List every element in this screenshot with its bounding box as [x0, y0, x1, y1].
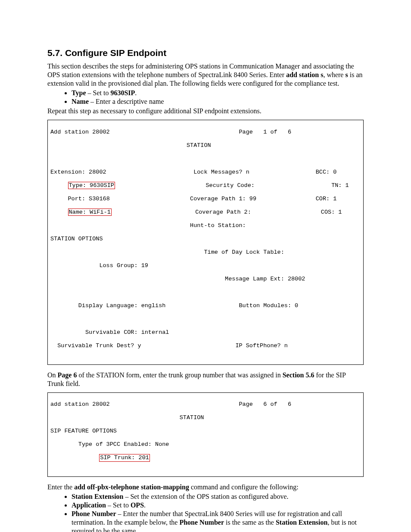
list-item: Application – Set to OPS.	[72, 501, 364, 510]
section-heading: 5.7. Configure SIP Endpoint	[47, 47, 364, 59]
text: of the STATION form, enter the trunk gro…	[77, 371, 282, 379]
field: Lock Messages? n	[193, 169, 249, 175]
mid-paragraph: On Page 6 of the STATION form, enter the…	[47, 371, 364, 388]
terminal-screen-1: Add station 28002 Page 1 of 6 STATION Ex…	[47, 120, 364, 365]
field: Survivable Trunk Dest? y	[57, 342, 141, 349]
form-title: STATION	[180, 414, 204, 421]
section-label: SIP FEATURE OPTIONS	[50, 428, 117, 434]
field-name: Name	[72, 98, 89, 105]
section-number: 5.7.	[47, 48, 62, 58]
cmd-line: Add station 28002	[50, 129, 110, 135]
field: Message Lamp Ext: 28002	[225, 276, 305, 282]
offpbx-bullets: Station Extension – Set the extension of…	[47, 492, 364, 532]
section-label: STATION OPTIONS	[50, 236, 103, 242]
offpbx-intro: Enter the add off-pbx-telephone station-…	[47, 483, 364, 492]
text: .	[135, 89, 137, 96]
text: On	[47, 371, 58, 379]
field-name: Station Extension	[276, 519, 327, 526]
page-indicator: Page 1 of 6	[239, 129, 291, 135]
field: Coverage Path 2:	[195, 209, 251, 215]
page-indicator: Page 6 of 6	[239, 401, 291, 408]
text: , where	[323, 71, 345, 78]
field: Security Code:	[206, 182, 254, 189]
text: – Enter a descriptive name	[89, 98, 164, 105]
field: BCC: 0	[316, 169, 337, 175]
cmd-line: add station 28002	[50, 401, 110, 408]
field: Hunt-to Station:	[190, 222, 246, 229]
field-name: Station Extension	[72, 493, 123, 500]
page-ref: Page 6	[58, 371, 77, 379]
field: Display Language: english	[78, 302, 166, 309]
text: is the same as the	[224, 519, 276, 526]
field-name-highlight: Name: WiFi-1	[68, 208, 112, 216]
text: – Set to	[106, 501, 131, 509]
field: Button Modules: 0	[239, 302, 299, 309]
list-item: Type – Set to 9630SIP.	[72, 89, 364, 97]
field-value: 9630SIP	[110, 89, 135, 96]
field: TN: 1	[331, 182, 349, 189]
text: Enter the	[47, 483, 74, 491]
list-item: Phone Number – Enter the number that Spe…	[72, 510, 364, 532]
section-title: Configure SIP Endpoint	[65, 48, 166, 58]
field: Survivable COR: internal	[85, 329, 169, 336]
field-value: OPS	[131, 501, 144, 509]
field: Loss Group: 19	[99, 262, 148, 269]
terminal-screen-2: add station 28002 Page 6 of 6 STATION SI…	[47, 392, 364, 477]
list-item: Station Extension – Set the extension of…	[72, 492, 364, 501]
text: – Set to	[86, 89, 110, 96]
field-name: Phone Number	[179, 519, 224, 526]
field: Type of 3PCC Enabled: None	[78, 441, 169, 448]
field-type-highlight: Type: 9630SIP	[68, 182, 115, 190]
field: Port: S30168	[68, 196, 110, 202]
intro-paragraph: This section describes the steps for adm…	[47, 62, 364, 88]
field-name: Type	[72, 89, 86, 96]
field-name: Application	[72, 501, 106, 509]
document-page: 5.7. Configure SIP Endpoint This section…	[0, 0, 411, 532]
text: command and configure the following:	[189, 483, 299, 491]
command-text: add station s	[286, 71, 323, 78]
command-text: add off-pbx-telephone station-mapping	[74, 483, 189, 491]
section-ref: Section 5.6	[283, 371, 314, 379]
field: COS: 1	[321, 209, 342, 215]
repeat-note: Repeat this step as necessary to configu…	[47, 107, 364, 115]
intro-bullets: Type – Set to 9630SIP. Name – Enter a de…	[47, 89, 364, 106]
field: Coverage Path 1: 99	[190, 196, 256, 202]
text: – Set the extension of the OPS station a…	[123, 493, 288, 500]
field: Extension: 28002	[50, 169, 106, 175]
field: IP SoftPhone? n	[235, 342, 288, 349]
field-name: Phone Number	[72, 510, 116, 517]
text: .	[144, 501, 146, 509]
form-title: STATION	[187, 142, 211, 149]
list-item: Name – Enter a descriptive name	[72, 97, 364, 106]
field-siptrunk-highlight: SIP Trunk: 201	[99, 454, 149, 462]
field: COR: 1	[316, 196, 337, 202]
field: Time of Day Lock Table:	[204, 249, 284, 255]
